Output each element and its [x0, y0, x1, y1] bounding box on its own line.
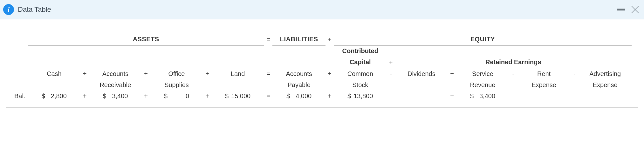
col-service-revenue-2: Revenue	[456, 79, 509, 91]
value-office-supplies: $0	[150, 91, 203, 102]
col-cash: Cash	[28, 68, 81, 79]
column-header-row-2: Receivable Supplies Payable Stock Revenu…	[12, 79, 632, 91]
equals-op: =	[264, 68, 272, 79]
col-rent-expense: Rent	[517, 68, 571, 79]
section-header-row: ASSETS = LIABILITIES + EQUITY	[12, 34, 632, 45]
minus-op: -	[387, 68, 395, 79]
capital-label: Capital	[334, 57, 387, 68]
info-icon: i	[3, 4, 14, 15]
minus-op: -	[570, 68, 579, 79]
plus-op: +	[203, 91, 211, 102]
plus-op: +	[142, 91, 150, 102]
close-icon[interactable]	[631, 5, 640, 14]
column-header-row-1: Cash + Accounts + Office + Land = Accoun…	[12, 68, 632, 79]
content-area: ASSETS = LIABILITIES + EQUITY Contribute…	[0, 19, 644, 114]
col-accounts-receivable-2: Receivable	[89, 79, 142, 91]
title-bar-controls	[617, 5, 640, 14]
title-bar-left: i Data Table	[3, 4, 51, 15]
col-office-supplies: Office	[150, 68, 203, 79]
assets-header: ASSETS	[28, 34, 264, 45]
value-accounts-payable: $4,000	[272, 91, 325, 102]
title-bar: i Data Table	[0, 0, 644, 19]
plus-op: +	[81, 68, 89, 79]
plus-op: +	[325, 34, 334, 45]
plus-op: +	[448, 68, 456, 79]
col-service-revenue: Service	[456, 68, 509, 79]
equals-op: =	[264, 91, 272, 102]
equity-sub2-row: Capital + Retained Earnings	[12, 57, 632, 68]
data-table: ASSETS = LIABILITIES + EQUITY Contribute…	[6, 29, 638, 108]
col-land: Land	[211, 68, 264, 79]
value-common-stock: $13,800	[334, 91, 387, 102]
col-advertising-expense-2: Expense	[579, 79, 632, 91]
value-service-revenue: $3,400	[456, 91, 509, 102]
col-common-stock: Common	[334, 68, 387, 79]
value-land: $15,000	[211, 91, 264, 102]
equity-sub1-row: Contributed	[12, 45, 632, 57]
col-accounts-payable: Accounts	[272, 68, 325, 79]
minimize-icon[interactable]	[617, 9, 625, 10]
minus-op: -	[509, 68, 517, 79]
equity-header: EQUITY	[334, 34, 632, 45]
plus-op: +	[203, 68, 211, 79]
retained-earnings-label: Retained Earnings	[395, 57, 632, 68]
accounting-table: ASSETS = LIABILITIES + EQUITY Contribute…	[12, 34, 632, 102]
plus-op: +	[81, 91, 89, 102]
plus-op: +	[325, 91, 334, 102]
equals-op: =	[264, 34, 272, 45]
liabilities-header: LIABILITIES	[272, 34, 325, 45]
contributed-label: Contributed	[334, 45, 387, 57]
col-accounts-receivable: Accounts	[89, 68, 142, 79]
plus-op: +	[448, 91, 456, 102]
col-office-supplies-2: Supplies	[150, 79, 203, 91]
plus-op: +	[325, 68, 334, 79]
plus-op: +	[142, 68, 150, 79]
plus-op: +	[387, 57, 395, 68]
col-dividends: Dividends	[395, 68, 448, 79]
value-cash: $2,800	[28, 91, 81, 102]
value-accounts-receivable: $3,400	[89, 91, 142, 102]
col-common-stock-2: Stock	[334, 79, 387, 91]
col-accounts-payable-2: Payable	[272, 79, 325, 91]
col-rent-expense-2: Expense	[517, 79, 571, 91]
balance-row: Bal. $2,800 + $3,400 + $0 + $15,000 =	[12, 91, 632, 102]
row-label-balance: Bal.	[12, 91, 28, 102]
col-advertising-expense: Advertising	[579, 68, 632, 79]
window-title: Data Table	[18, 5, 51, 14]
